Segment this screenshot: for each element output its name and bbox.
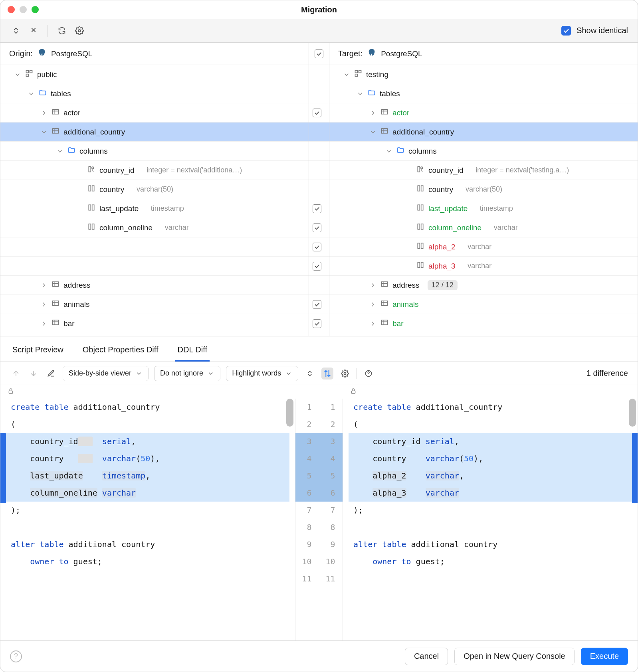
tree-panels: public tables actor additional_country xyxy=(0,65,638,336)
table-row[interactable]: address 12 / 12 xyxy=(329,276,638,295)
svg-rect-9 xyxy=(92,186,94,191)
table-row[interactable]: actor xyxy=(329,103,638,123)
table-row[interactable]: bar xyxy=(329,314,638,333)
tab-script-preview[interactable]: Script Preview xyxy=(10,345,66,362)
lock-icon xyxy=(350,387,357,396)
row-check[interactable] xyxy=(313,223,321,232)
origin-label: Origin: xyxy=(9,49,33,58)
cancel-button[interactable]: Cancel xyxy=(405,648,448,665)
tab-ddl-diff[interactable]: DDL Diff xyxy=(175,345,210,362)
chevron-down-icon xyxy=(207,370,214,377)
execute-button[interactable]: Execute xyxy=(581,648,628,665)
refresh-icon[interactable] xyxy=(56,25,68,37)
column-row[interactable]: alpha_2 varchar xyxy=(329,237,638,257)
svg-rect-31 xyxy=(421,243,423,248)
table-row[interactable]: bar xyxy=(0,314,309,333)
column-name: country_id xyxy=(99,166,135,175)
column-type: integer = nextval('additiona…) xyxy=(147,166,242,174)
row-check[interactable] xyxy=(313,204,321,213)
column-row[interactable]: country varchar(50) xyxy=(0,180,309,199)
column-type: timestamp xyxy=(151,204,184,213)
show-identical-checkbox[interactable] xyxy=(561,26,571,36)
tab-object-props[interactable]: Object Properties Diff xyxy=(80,345,161,362)
column-row[interactable]: column_oneline varchar xyxy=(329,218,638,237)
scrollbar-thumb[interactable] xyxy=(286,399,293,427)
column-type: varchar(50) xyxy=(466,185,502,194)
help-button[interactable]: ? xyxy=(10,650,22,662)
table-row[interactable]: animals xyxy=(0,295,309,314)
key-column-icon xyxy=(87,165,95,175)
expand-all-icon[interactable] xyxy=(10,25,22,37)
column-type: varchar xyxy=(165,223,189,232)
tree-tables-folder[interactable]: tables xyxy=(329,84,638,103)
column-type: timestamp xyxy=(480,204,513,213)
settings-icon[interactable] xyxy=(73,25,85,37)
folder-icon xyxy=(396,146,404,156)
viewer-mode-select[interactable]: Side-by-side viewer xyxy=(63,366,149,381)
column-type: varchar xyxy=(468,243,491,251)
tree-tables-folder[interactable]: tables xyxy=(0,84,309,103)
highlight-mode-label: Highlight words xyxy=(232,369,281,378)
table-name: address xyxy=(392,281,420,290)
svg-rect-1 xyxy=(26,71,29,73)
svg-rect-36 xyxy=(382,320,388,325)
open-console-button[interactable]: Open in New Query Console xyxy=(454,648,575,665)
highlight-mode-select[interactable]: Highlight words xyxy=(226,366,298,381)
column-row[interactable]: last_update timestamp xyxy=(329,199,638,218)
column-row[interactable]: column_oneline varchar xyxy=(0,218,309,237)
scrollbar-thumb[interactable] xyxy=(629,399,636,427)
table-icon xyxy=(52,108,59,118)
sync-scroll-icon[interactable] xyxy=(321,368,333,379)
ignore-mode-select[interactable]: Do not ignore xyxy=(154,366,220,381)
target-label: Target: xyxy=(338,49,363,58)
columns-folder[interactable]: columns xyxy=(329,142,638,161)
columns-folder[interactable]: columns xyxy=(0,142,309,161)
table-row[interactable]: address xyxy=(0,276,309,295)
folder-icon xyxy=(39,89,47,99)
diff-right-pane[interactable]: create table additional_country ( countr… xyxy=(343,399,638,640)
prev-diff-icon[interactable] xyxy=(10,368,22,379)
row-check[interactable] xyxy=(313,243,321,251)
row-check[interactable] xyxy=(313,300,321,309)
chevron-right-icon xyxy=(40,301,48,308)
column-name: last_update xyxy=(428,204,468,213)
table-row[interactable]: additional_country xyxy=(0,123,309,142)
diff-left-pane[interactable]: create table additional_country ( countr… xyxy=(0,399,295,640)
edit-icon[interactable] xyxy=(45,368,57,379)
table-name: animals xyxy=(392,300,418,309)
table-row[interactable]: additional_country xyxy=(329,123,638,142)
titlebar: Migration xyxy=(0,0,638,19)
row-check[interactable] xyxy=(313,109,321,117)
settings-icon[interactable] xyxy=(339,368,351,379)
svg-rect-34 xyxy=(382,282,388,287)
table-row[interactable]: animals xyxy=(329,295,638,314)
chevron-right-icon xyxy=(40,320,48,327)
column-name: alpha_2 xyxy=(428,243,456,251)
collapse-unchanged-icon[interactable] xyxy=(304,368,316,379)
viewer-mode-label: Side-by-side viewer xyxy=(69,369,131,378)
column-row[interactable]: alpha_3 varchar xyxy=(329,257,638,276)
svg-rect-11 xyxy=(92,205,94,210)
tree-schema-row[interactable]: testing xyxy=(329,65,638,84)
table-name: animals xyxy=(63,300,89,309)
column-row[interactable]: country varchar(50) xyxy=(329,180,638,199)
column-row[interactable]: country_id integer = nextval('additiona…… xyxy=(0,161,309,180)
table-row[interactable]: actor xyxy=(0,103,309,123)
collapse-all-icon[interactable] xyxy=(28,25,40,37)
column-icon xyxy=(416,223,424,233)
column-row[interactable]: last_update timestamp xyxy=(0,199,309,218)
row-check[interactable] xyxy=(313,262,321,271)
target-cell: Target: PostgreSQL xyxy=(329,43,638,65)
chevron-down-icon xyxy=(343,71,350,78)
row-check[interactable] xyxy=(313,319,321,328)
next-diff-icon[interactable] xyxy=(28,368,40,379)
help-icon[interactable] xyxy=(363,368,374,379)
tree-schema-row[interactable]: public xyxy=(0,65,309,84)
table-icon xyxy=(380,280,388,290)
svg-rect-35 xyxy=(382,301,388,306)
table-icon xyxy=(52,299,59,309)
folder-icon xyxy=(67,146,75,156)
diff-line-gutter: 1 2 3 4 5 6 7 8 9 10 11 1 2 3 4 xyxy=(295,399,343,640)
column-row[interactable]: country_id integer = nextval('testing.a…… xyxy=(329,161,638,180)
header-check[interactable] xyxy=(315,49,323,58)
